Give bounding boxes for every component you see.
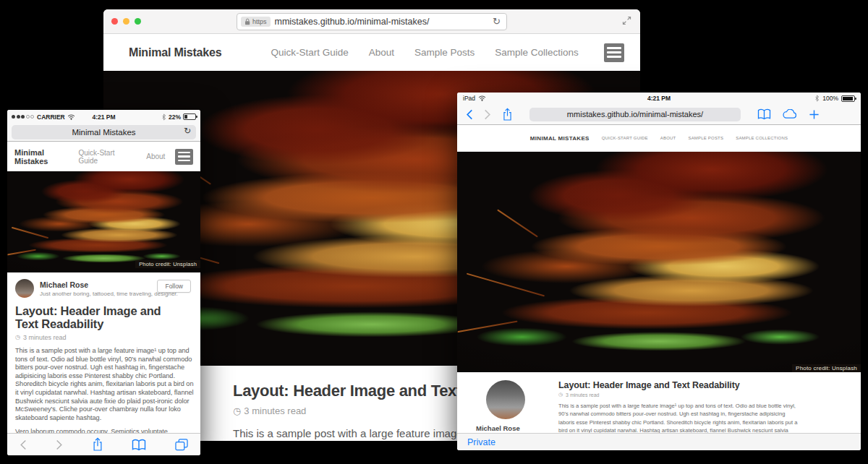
ipad-site-nav: MINIMAL MISTAKES QUICK-START GUIDE ABOUT…: [457, 125, 861, 152]
leaf-stem: [7, 249, 36, 255]
zoom-window-button[interactable]: [135, 18, 141, 25]
battery-percent-label: 100%: [822, 95, 838, 102]
nav-link-sample-collections[interactable]: Sample Collections: [495, 47, 579, 58]
ipad-safari-window: iPad 4:21 PM 100% mmistakes.github.io/mi…: [457, 93, 861, 450]
post-header-image: Photo credit: Unsplash: [457, 152, 861, 372]
wifi-icon: [478, 95, 486, 101]
close-window-button[interactable]: [111, 18, 118, 25]
back-icon[interactable]: [20, 439, 27, 450]
https-label: https: [252, 18, 267, 25]
post-meta: ◷ 3 minutes read: [558, 392, 799, 398]
battery-percent-label: 22%: [169, 113, 181, 121]
menu-hamburger-icon[interactable]: [604, 43, 624, 62]
post-title: Layout: Header Image and Text Readabilit…: [558, 380, 799, 390]
clock-icon: ◷: [15, 335, 20, 340]
page-title-in-address-bar: Minimal Mistakes: [72, 128, 135, 137]
reload-icon[interactable]: ↻: [493, 16, 501, 27]
private-browsing-bar: Private: [457, 433, 861, 450]
read-time-label: 3 minutes read: [23, 334, 67, 341]
bluetooth-icon: [161, 113, 166, 121]
author-name: Michael Rose: [476, 424, 553, 432]
minimize-window-button[interactable]: [123, 18, 129, 25]
clock-icon: ◷: [558, 392, 563, 398]
site-brand-link[interactable]: MINIMAL MISTAKES: [530, 135, 590, 142]
iphone-bottom-toolbar: [7, 433, 200, 455]
iphone-article: Michael Rose Just another boring, tattoo…: [7, 272, 200, 434]
ipad-address-bar[interactable]: mmistakes.github.io/minimal-mistakes/: [529, 108, 741, 121]
nav-link-about[interactable]: About: [146, 152, 165, 160]
window-controls: [111, 18, 141, 25]
nav-link-sample-posts[interactable]: Sample Posts: [414, 47, 475, 58]
lock-icon: [244, 18, 250, 25]
carrier-label: CARRIER: [37, 113, 65, 121]
avatar: [15, 279, 34, 298]
address-bar[interactable]: https mmistakes.github.io/minimal-mistak…: [237, 13, 507, 30]
nav-link-quick-start[interactable]: Quick-Start Guide: [271, 47, 348, 58]
nav-link-sample-posts[interactable]: SAMPLE POSTS: [688, 136, 723, 140]
signal-strength-icon: [12, 115, 34, 119]
mockup-canvas: https mmistakes.github.io/minimal-mistak…: [0, 0, 868, 464]
leaf-stem: [467, 273, 545, 297]
back-icon[interactable]: [466, 109, 473, 120]
iphone-url-row: Minimal Mistakes ↻: [7, 124, 200, 142]
new-tab-icon[interactable]: [809, 109, 820, 120]
url-text: mmistakes.github.io/minimal-mistakes/: [275, 17, 430, 27]
tabs-icon[interactable]: [175, 439, 188, 451]
site-brand-link[interactable]: Minimal Mistakes: [129, 46, 221, 59]
reload-icon[interactable]: ↻: [184, 126, 191, 136]
url-text: mmistakes.github.io/minimal-mistakes/: [567, 110, 703, 119]
nav-link-quick-start[interactable]: Quick-Start Guide: [79, 149, 135, 165]
photo-credit-label: Photo credit: Unsplash: [792, 364, 861, 372]
nav-link-quick-start[interactable]: QUICK-START GUIDE: [602, 136, 648, 140]
browser-titlebar: https mmistakes.github.io/minimal-mistak…: [103, 9, 640, 34]
iphone-site-nav: Minimal Mistakes Quick-Start Guide About: [7, 142, 200, 171]
private-button[interactable]: Private: [467, 437, 495, 447]
bookmarks-icon[interactable]: [757, 108, 771, 120]
site-brand-link[interactable]: Minimal Mistakes: [14, 148, 79, 166]
iphone-safari-window: CARRIER 4:21 PM 22% Minimal Mistakes ↻ M…: [7, 110, 200, 455]
leaf-stem: [457, 321, 517, 333]
read-time-label: 3 minutes read: [566, 392, 599, 398]
desktop-site-nav: Minimal Mistakes Quick-Start Guide About…: [103, 34, 640, 71]
ipad-article: Michael Rose Just another boring, tattoo…: [457, 372, 861, 442]
iphone-address-bar[interactable]: Minimal Mistakes ↻: [12, 125, 196, 139]
clock-icon: ◷: [233, 406, 241, 416]
https-badge: https: [241, 17, 271, 27]
battery-icon: [841, 95, 855, 102]
nav-link-sample-collections[interactable]: SAMPLE COLLECTIONS: [736, 136, 788, 140]
device-label: iPad: [463, 95, 475, 102]
post-header-image: Photo credit: Unsplash: [7, 171, 200, 272]
post-title: Layout: Header Image and Text Readabilit…: [15, 304, 185, 331]
follow-button[interactable]: Follow: [157, 280, 191, 293]
bluetooth-icon: [814, 95, 820, 102]
read-time-label: 3 minutes read: [244, 405, 306, 416]
photo-credit-label: Photo credit: Unsplash: [135, 260, 200, 268]
share-icon[interactable]: [502, 108, 513, 121]
status-time: 4:21 PM: [647, 95, 671, 102]
share-icon[interactable]: [92, 437, 103, 452]
ipad-status-bar: iPad 4:21 PM 100%: [457, 93, 861, 104]
nav-link-about[interactable]: ABOUT: [660, 136, 676, 140]
forward-icon[interactable]: [484, 109, 491, 120]
author-row: Michael Rose Just another boring, tattoo…: [15, 278, 192, 298]
leaf-stem: [12, 227, 49, 239]
post-body-text: This is a sample post with a large featu…: [15, 347, 195, 422]
battery-icon: [183, 113, 196, 120]
wifi-icon: [67, 114, 75, 120]
nav-links: Quick-Start Guide About Sample Posts Sam…: [271, 47, 578, 58]
forward-icon[interactable]: [56, 439, 63, 450]
ipad-browser-toolbar: mmistakes.github.io/minimal-mistakes/: [457, 104, 861, 125]
nav-link-about[interactable]: About: [369, 47, 394, 58]
iphone-status-bar: CARRIER 4:21 PM 22%: [7, 110, 200, 124]
post-meta: ◷ 3 minutes read: [15, 334, 192, 341]
fullscreen-icon[interactable]: [622, 15, 631, 28]
menu-hamburger-icon[interactable]: [175, 149, 193, 165]
avatar: [486, 380, 525, 419]
leaf-stem: [497, 209, 538, 237]
status-time: 4:21 PM: [92, 113, 115, 121]
icloud-tabs-icon[interactable]: [782, 109, 798, 119]
bookmarks-icon[interactable]: [132, 439, 146, 451]
